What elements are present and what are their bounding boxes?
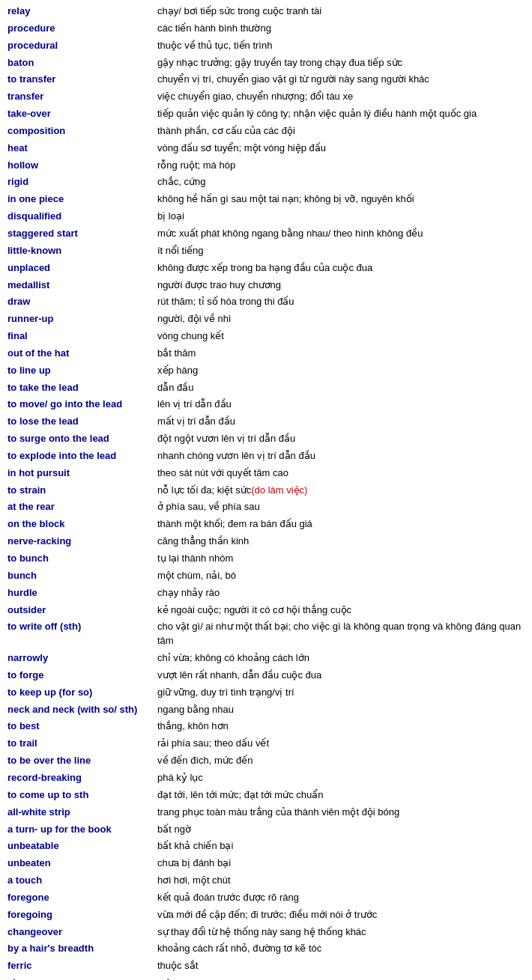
- vocab-definition: chạy nhảy rào: [154, 585, 528, 602]
- vocab-term: to trail: [4, 735, 154, 752]
- vocab-definition: thuộc về thủ tục, tiến trình: [154, 37, 528, 55]
- table-row: all-white striptrang phục toàn màu trắng…: [4, 804, 528, 821]
- vocab-definition: hơi hơi, một chút: [154, 872, 528, 889]
- vocab-term: runner-up: [4, 311, 154, 328]
- table-row: out of the hatbắt thăm: [4, 345, 528, 362]
- table-row: nerve-rackingcăng thẳng thần kinh: [4, 533, 528, 550]
- vocab-term: final: [4, 328, 154, 345]
- table-row: to bunchtụ lại thành nhóm: [4, 550, 528, 567]
- vocab-definition: rỗng ruột; má hóp: [154, 157, 528, 174]
- vocab-term: outsider: [4, 602, 154, 619]
- table-row: heatvòng đấu sơ tuyển; một vòng hiệp đấu: [4, 140, 528, 157]
- table-row: by a hair's breadthkhoảng cách rất nhỏ, …: [4, 940, 528, 958]
- table-row: hollowrỗng ruột; má hóp: [4, 157, 528, 174]
- table-row: disqualifiedbị loại: [4, 208, 528, 225]
- vocab-definition: bất khả chiến bại: [154, 838, 528, 855]
- vocab-term: unbeatable: [4, 838, 154, 855]
- vocab-term: to keep up (for so): [4, 684, 154, 701]
- vocab-definition: crôm: [154, 975, 528, 980]
- vocab-term: bunch: [4, 567, 154, 585]
- table-row: to transferchuyển vị trí, chuyển giao vậ…: [4, 71, 528, 88]
- table-row: little-knownít nổi tiếng: [4, 243, 528, 260]
- table-row: to surge onto the leadđột ngột vươn lên …: [4, 430, 528, 448]
- vocab-term: to come up to sth: [4, 787, 154, 804]
- vocab-definition: chưa bị đánh bại: [154, 855, 528, 872]
- vocab-term: baton: [4, 55, 154, 72]
- vocab-term: at the rear: [4, 499, 154, 516]
- vocab-definition: về đến đích, mức đến: [154, 752, 528, 770]
- vocab-definition: một chùm, nải, bó: [154, 567, 528, 585]
- vocab-term: hollow: [4, 157, 154, 174]
- table-row: to keep up (for so)giữ vững, duy trì tìn…: [4, 684, 528, 701]
- vocab-term: in hot pursuit: [4, 465, 154, 482]
- vocab-definition: dẫn đầu: [154, 380, 528, 397]
- vocab-term: hurdle: [4, 585, 154, 602]
- table-row: compositionthành phần, cơ cấu của các độ…: [4, 123, 528, 140]
- vocab-term: changeover: [4, 924, 154, 941]
- vocab-definition: các tiến hành bình thường: [154, 20, 528, 37]
- vocab-term: to explode into the lead: [4, 448, 154, 465]
- vocab-definition: không hề hấn gì sau một tai nạn; không b…: [154, 191, 528, 208]
- vocab-term: to strain: [4, 482, 154, 499]
- table-row: staggered startmức xuất phát không ngang…: [4, 225, 528, 243]
- vocab-definition: vượt lên rất nhanh, dẫn đầu cuộc đua: [154, 667, 528, 684]
- vocab-definition: người được trao huy chương: [154, 277, 528, 294]
- vocab-term: disqualified: [4, 208, 154, 225]
- table-row: procedurecác tiến hành bình thường: [4, 20, 528, 37]
- table-row: to take the leaddẫn đầu: [4, 380, 528, 397]
- table-row: unbeatenchưa bị đánh bại: [4, 855, 528, 872]
- vocab-definition: kết quả đoán trước được rõ ràng: [154, 889, 528, 907]
- vocab-definition: trang phục toàn màu trắng của thành viên…: [154, 804, 528, 821]
- vocab-term: in one piece: [4, 191, 154, 208]
- table-row: foregonekết quả đoán trước được rõ ràng: [4, 889, 528, 907]
- vocab-term: on the block: [4, 516, 154, 533]
- table-row: medallistngười được trao huy chương: [4, 277, 528, 294]
- vocab-term: to write off (sth): [4, 618, 154, 650]
- table-row: rigidchắc, cứng: [4, 174, 528, 191]
- vocab-term: neck and neck (with so/ sth): [4, 701, 154, 719]
- vocab-definition: kẻ ngoài cuộc; người ít có cơ hội thắng …: [154, 602, 528, 619]
- table-row: neck and neck (with so/ sth)ngang bằng n…: [4, 701, 528, 719]
- table-row: to write off (sth)cho vật gì/ ai như một…: [4, 618, 528, 650]
- table-row: proceduralthuộc về thủ tục, tiến trình: [4, 37, 528, 55]
- vocab-term: out of the hat: [4, 345, 154, 362]
- vocab-definition: cho vật gì/ ai như một thất bại; cho việ…: [154, 618, 528, 650]
- vocab-term: relay: [4, 3, 154, 20]
- vocab-definition: đạt tới, lên tới mức; đạt tới mức chuẩn: [154, 787, 528, 804]
- vocab-term: to be over the line: [4, 752, 154, 770]
- vocab-definition: ở phía sau, về phía sau: [154, 499, 528, 516]
- vocab-definition: ngang bằng nhau: [154, 701, 528, 719]
- vocab-term: staggered start: [4, 225, 154, 243]
- table-row: to forgevượt lên rất nhanh, dẫn đầu cuộc…: [4, 667, 528, 684]
- table-row: to explode into the leadnhanh chóng vươn…: [4, 448, 528, 465]
- table-row: a turn- up for the bookbất ngờ: [4, 821, 528, 839]
- table-row: unplacedkhông được xếp trong ba hạng đầu…: [4, 260, 528, 277]
- vocab-definition: mất vị trí dẫn đầu: [154, 413, 528, 430]
- vocab-definition: thắng, khôn hơn: [154, 718, 528, 735]
- table-row: finalvòng chung kết: [4, 328, 528, 345]
- vocab-term: take-over: [4, 106, 154, 123]
- table-row: in hot pursuittheo sát nút với quyết tâm…: [4, 465, 528, 482]
- table-row: take-overtiếp quản việc quản lý công ty;…: [4, 106, 528, 123]
- vocab-definition: việc chuyển giao, chuyển nhượng; đổi tàu…: [154, 88, 528, 106]
- vocab-definition: người, đội về nhì: [154, 311, 528, 328]
- table-row: record-breakingphá kỷ lục: [4, 770, 528, 787]
- table-row: to be over the linevề đến đích, mức đến: [4, 752, 528, 770]
- table-row: to trailrải phía sau; theo dấu vết: [4, 735, 528, 752]
- vocab-definition: rải phía sau; theo dấu vết: [154, 735, 528, 752]
- vocab-term: nerve-racking: [4, 533, 154, 550]
- vocab-definition: thành phần, cơ cấu của các đội: [154, 123, 528, 140]
- vocab-term: to lose the lead: [4, 413, 154, 430]
- vocab-term: medallist: [4, 277, 154, 294]
- vocab-definition: rút thăm; tỉ số hòa trong thi đấu: [154, 293, 528, 311]
- vocab-definition: nỗ lực tối đa; kiệt sức(do làm việc): [154, 482, 528, 499]
- vocab-definition: theo sát nút với quyết tâm cao: [154, 465, 528, 482]
- table-row: unbeatablebất khả chiến bại: [4, 838, 528, 855]
- vocab-definition: nhanh chóng vươn lên vị trí dẫn đầu: [154, 448, 528, 465]
- vocab-term: to move/ go into the lead: [4, 396, 154, 413]
- vocab-definition: đột ngột vươn lên vị trí dẫn đầu: [154, 430, 528, 448]
- vocab-definition: tiếp quản việc quản lý công ty; nhận việ…: [154, 106, 528, 123]
- table-row: transferviệc chuyển giao, chuyển nhượng;…: [4, 88, 528, 106]
- vocab-term: ferric: [4, 958, 154, 975]
- vocab-term: rigid: [4, 174, 154, 191]
